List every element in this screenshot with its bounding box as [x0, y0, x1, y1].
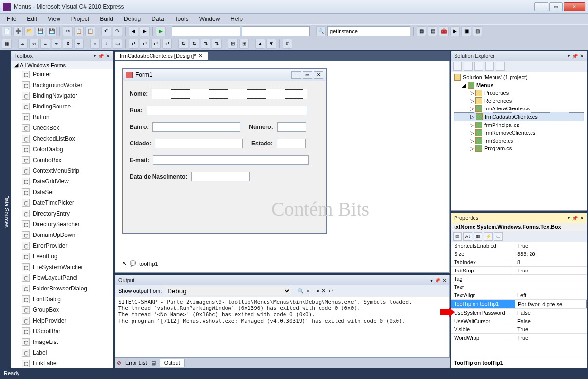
align-center-icon[interactable]: ⇔ [29, 39, 39, 49]
property-row[interactable]: TabStopTrue [451, 267, 587, 275]
toolbox-item[interactable]: ▢CheckedListBox [11, 133, 113, 144]
hspace-dec-icon[interactable]: ⇄ [151, 39, 161, 49]
start-page-icon[interactable]: ▶ [450, 26, 460, 36]
properties-icon[interactable]: ▤ [428, 26, 437, 36]
property-row[interactable]: VisibleTrue [451, 325, 587, 334]
align-right-icon[interactable]: ⫠ [40, 39, 50, 49]
toolbox-item[interactable]: ▢LinkLabel [11, 358, 113, 368]
toolbox-item[interactable]: ▢DirectoryEntry [11, 208, 113, 219]
toolbox-item[interactable]: ▢DirectorySearcher [11, 219, 113, 230]
properties-object[interactable]: txtNome System.Windows.Forms.TextBox [451, 223, 587, 231]
rua-input[interactable] [147, 106, 307, 115]
toolbox-pin-icon[interactable]: 📌 [98, 54, 104, 59]
properties-grid[interactable]: ShortcutsEnabledTrueSize333; 20TabIndex8… [451, 242, 587, 358]
output-clear-icon[interactable]: ✕ [322, 288, 326, 294]
new-project-icon[interactable]: 📄 [2, 26, 12, 36]
designer-tab[interactable]: frmCadastroCliente.cs [Design]* ✕ [115, 52, 208, 60]
solution-node[interactable]: ▷frmSobre.cs [454, 137, 584, 144]
toolbox-item[interactable]: ▢ImageList [11, 337, 113, 347]
toolbox-item[interactable]: ▢Label [11, 347, 113, 358]
menu-file[interactable]: File [2, 15, 21, 23]
copy-icon[interactable]: 📋 [74, 26, 84, 36]
paste-icon[interactable]: 📋 [85, 26, 95, 36]
output-find-icon[interactable]: 🔍 [297, 288, 304, 294]
property-row[interactable]: UseSystemPasswordFalse [451, 309, 587, 317]
toolbox-item[interactable]: ▢BindingSource [11, 101, 113, 112]
center-h-icon[interactable]: ⊞ [228, 39, 238, 49]
align-grid-icon[interactable]: ▦ [2, 39, 12, 49]
props-pin-icon[interactable]: 📌 [572, 216, 578, 221]
align-top-icon[interactable]: ⫟ [52, 39, 61, 49]
menu-edit[interactable]: Edit [22, 15, 42, 23]
platform-combo[interactable] [242, 26, 310, 36]
menu-debug[interactable]: Debug [119, 15, 146, 23]
solution-node[interactable]: ▷frmRemoveCliente.cs [454, 129, 584, 137]
alphabetical-icon[interactable]: A↓ [463, 232, 472, 241]
same-height-icon[interactable]: ↕ [101, 39, 111, 49]
close-button[interactable]: ✕ [564, 2, 585, 11]
output-next-icon[interactable]: ⇥ [314, 288, 319, 294]
solution-explorer-icon[interactable]: ▦ [417, 26, 426, 36]
output-close-icon[interactable]: ✕ [442, 278, 446, 283]
undo-icon[interactable]: ↶ [101, 26, 111, 36]
toolbox-item[interactable]: ▢DataSet [11, 187, 113, 198]
menu-help[interactable]: Help [226, 15, 247, 23]
tab-error-list[interactable]: Error List [125, 360, 147, 366]
toolbox-item[interactable]: ▢HelpProvider [11, 315, 113, 326]
toolbox-item[interactable]: ▢ComboBox [11, 155, 113, 165]
cut-icon[interactable]: ✂ [63, 26, 73, 36]
hspace-equal-icon[interactable]: ⇄ [129, 39, 138, 49]
maximize-button[interactable]: ▭ [549, 2, 563, 11]
toolbox-item[interactable]: ▢GroupBox [11, 305, 113, 315]
property-row[interactable]: Tag [451, 275, 587, 283]
property-row[interactable]: TextAlignLeft [451, 291, 587, 300]
nav-forward-icon[interactable]: ▶ [140, 26, 150, 36]
toolbox-item[interactable]: ▢FontDialog [11, 294, 113, 305]
hspace-inc-icon[interactable]: ⇄ [140, 39, 150, 49]
align-bottom-icon[interactable]: ⫟ [74, 39, 84, 49]
nascimento-input[interactable] [191, 172, 250, 181]
solution-node[interactable]: ▷Properties [454, 89, 584, 97]
save-all-icon[interactable]: 💾 [47, 26, 57, 36]
property-pages-icon[interactable]: ▭ [494, 232, 503, 241]
search-combo[interactable]: getInstance [327, 26, 410, 36]
properties-page-icon[interactable]: ▦ [474, 232, 482, 241]
center-v-icon[interactable]: ⊞ [239, 39, 249, 49]
output-pin-icon[interactable]: 📌 [435, 278, 440, 283]
events-icon[interactable]: ⚡ [484, 232, 493, 241]
toolbox-item[interactable]: ▢FileSystemWatcher [11, 262, 113, 272]
cidade-input[interactable] [155, 139, 243, 148]
add-item-icon[interactable]: ➕ [13, 26, 23, 36]
email-input[interactable] [153, 155, 309, 165]
send-back-icon[interactable]: ▼ [266, 39, 276, 49]
bairro-input[interactable] [152, 122, 240, 132]
property-row[interactable]: Size333; 20 [451, 250, 587, 258]
property-row[interactable]: UseWaitCursorFalse [451, 317, 587, 325]
toolbox-item[interactable]: ▢FlowLayoutPanel [11, 272, 113, 283]
extension-mgr-icon[interactable]: ▣ [461, 26, 471, 36]
output-prev-icon[interactable]: ⇤ [307, 288, 311, 294]
toolbox-item[interactable]: ▢ColorDialog [11, 144, 113, 155]
property-row[interactable]: ToolTip on toolTip1Por favor, digite se [451, 300, 587, 309]
menu-window[interactable]: Window [194, 15, 225, 23]
sol-dropdown-icon[interactable]: ▾ [568, 54, 570, 59]
property-row[interactable]: Text [451, 283, 587, 291]
sol-view-designer-icon[interactable] [496, 62, 505, 71]
toolbox-item[interactable]: ▢DateTimePicker [11, 198, 113, 208]
property-row[interactable]: ShortcutsEnabledTrue [451, 242, 587, 250]
align-middle-icon[interactable]: ⇕ [63, 39, 73, 49]
start-debug-icon[interactable]: ▶ [156, 26, 166, 36]
sol-close-icon[interactable]: ✕ [580, 54, 584, 59]
property-row[interactable]: WordWrapTrue [451, 334, 587, 342]
toolbox-item[interactable]: ▢DomainUpDown [11, 230, 113, 240]
find-icon[interactable]: 🔍 [316, 26, 326, 36]
component-tray[interactable]: ↖ 💬 toolTip1 [122, 260, 158, 267]
solution-node[interactable]: ▷frmCadastroCliente.cs [454, 112, 584, 121]
estado-combo[interactable] [277, 139, 306, 148]
config-combo[interactable] [172, 26, 240, 36]
menu-build[interactable]: Build [95, 15, 118, 23]
vspace-equal-icon[interactable]: ⇅ [178, 39, 188, 49]
props-close-icon[interactable]: ✕ [580, 216, 584, 221]
toolbox-item[interactable]: ▢EventLog [11, 251, 113, 262]
save-icon[interactable]: 💾 [36, 26, 45, 36]
